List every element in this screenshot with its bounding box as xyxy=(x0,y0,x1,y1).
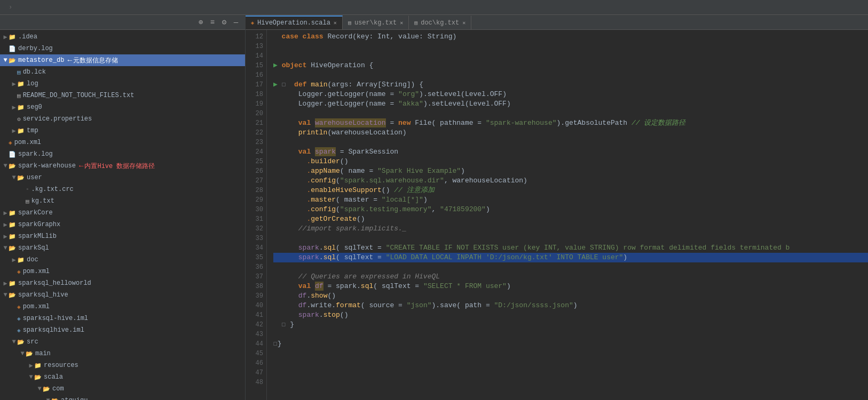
code-token: = xyxy=(386,90,398,98)
tab-user-kg[interactable]: ▤user\kg.txt✕ xyxy=(343,15,409,29)
tree-label: sparkMLlib xyxy=(18,233,57,240)
line-number: 27 xyxy=(246,176,263,186)
tree-item-scala[interactable]: ▼📂scala xyxy=(0,371,245,383)
tree-item-main[interactable]: ▼📂main xyxy=(0,348,245,359)
tree-item-derby[interactable]: 📄derby.log xyxy=(0,43,245,54)
code-line: val warehouseLocation = new File( pathna… xyxy=(273,118,868,128)
code-token: "SELECT * FROM user" xyxy=(423,282,507,290)
tree-item-idea[interactable]: ▶📁.idea xyxy=(0,31,245,43)
tree-item-sparkSql[interactable]: ▼📂sparkSql xyxy=(0,242,245,254)
tree-item-sparksql-hive-iml[interactable]: ◈sparksql-hive.iml xyxy=(0,313,245,324)
code-token: ◻ xyxy=(273,340,278,348)
code-line: .enableHiveSupport() // 注意添加 xyxy=(273,186,868,195)
tree-item-com[interactable]: ▼📂com xyxy=(0,383,245,395)
tree-icon: ▤ xyxy=(26,198,29,205)
code-token: pathname xyxy=(440,119,473,127)
tree-item-tmp[interactable]: ▶📁tmp xyxy=(0,125,245,137)
code-line: println(warehouseLocation) xyxy=(273,128,868,138)
tree-icon: 📁 xyxy=(17,104,25,111)
tree-item-doc[interactable]: ▶📁doc xyxy=(0,254,245,266)
code-line xyxy=(273,138,868,147)
code-token xyxy=(278,61,282,69)
tree-item-sparksql_hello[interactable]: ▶📁sparksql_helloworld xyxy=(0,277,245,289)
code-token: def xyxy=(294,81,306,89)
code-line: spark.sql( sqlText = "LOAD DATA LOCAL IN… xyxy=(273,253,868,262)
tree-item-seg0[interactable]: ▶📁seg0 xyxy=(0,101,245,113)
tree-item-sparkCore[interactable]: ▶📁sparkCore xyxy=(0,207,245,219)
tree-item-spark-warehouse[interactable]: ▼📂spark-warehouse←内置Hive 数据存储路径 xyxy=(0,160,245,172)
code-token: df xyxy=(315,282,323,291)
line-number: 29 xyxy=(246,195,263,205)
code-token: { xyxy=(365,61,374,69)
tab-close-btn[interactable]: ✕ xyxy=(334,20,337,26)
code-line: .builder() xyxy=(273,157,868,166)
minimize-icon[interactable]: — xyxy=(231,18,241,27)
code-line: .config("spark.testing.memory", "4718592… xyxy=(273,205,868,214)
tab-hive-op[interactable]: ◈HiveOperation.scala✕ xyxy=(246,15,343,29)
code-token: builder xyxy=(311,157,340,165)
tree-item-metastore[interactable]: ▼📂metastore_db←元数据信息存储 xyxy=(0,54,245,66)
code-token xyxy=(286,81,294,89)
code-token: = SparkSession xyxy=(336,148,398,156)
code-token: . xyxy=(273,205,311,213)
tree-arrow: ▼ xyxy=(2,162,9,170)
tree-label: sparkSql xyxy=(18,244,49,252)
tree-item-dblck[interactable]: ▤db.lck xyxy=(0,66,245,78)
sync-icon[interactable]: ⊕ xyxy=(196,18,206,27)
code-token: config xyxy=(311,205,336,213)
tree-item-pom3[interactable]: ◈pom.xml xyxy=(0,301,245,313)
tree-label: pom.xml xyxy=(23,303,50,310)
tree-item-resources[interactable]: ▶📁resources xyxy=(0,359,245,371)
code-token: ( xyxy=(361,301,369,309)
tree-arrow: ▶ xyxy=(2,279,9,287)
code-token: path xyxy=(465,301,482,309)
line-number: 30 xyxy=(246,205,263,214)
code-token: ( xyxy=(336,177,340,185)
code-token: = xyxy=(373,244,385,252)
tree-item-service[interactable]: ⚙service.properties xyxy=(0,113,245,125)
tab-close-btn[interactable]: ✕ xyxy=(462,20,465,26)
tree-label: README_DO_NOT_TOUCH_FILES.txt xyxy=(23,92,135,99)
code-area[interactable]: 1213141516171819202122232425262728293031… xyxy=(246,30,868,400)
settings-icon[interactable]: ⚙ xyxy=(219,18,229,27)
tree-item-kgtxtcrc[interactable]: ◦.kg.txt.crc xyxy=(0,183,245,195)
line-number: 42 xyxy=(246,320,263,330)
tree-arrow: ▶ xyxy=(2,33,9,41)
tab-close-btn[interactable]: ✕ xyxy=(400,20,403,26)
code-token: value xyxy=(398,33,419,41)
tree-item-user[interactable]: ▼📂user xyxy=(0,172,245,183)
line-number: 23 xyxy=(246,138,263,147)
sidebar-header: ⊕ ≡ ⚙ — xyxy=(0,15,245,30)
code-line xyxy=(273,234,868,243)
tab-doc-kg[interactable]: ▤doc\kg.txt✕ xyxy=(409,15,471,29)
code-token: Int xyxy=(377,33,390,41)
tree-item-kgtxt[interactable]: ▤kg.txt xyxy=(0,195,245,207)
editor: ◈HiveOperation.scala✕▤user\kg.txt✕▤doc\k… xyxy=(246,15,868,400)
tree-arrow: ▶ xyxy=(11,103,17,111)
tree-item-sparkGraphx[interactable]: ▶📁sparkGraphx xyxy=(0,219,245,230)
code-token: = xyxy=(386,100,398,108)
tree-icon: 📁 xyxy=(17,127,25,134)
tree-item-atguigu[interactable]: ▼📂atguigu xyxy=(0,395,245,400)
tree-item-readme[interactable]: ▤README_DO_NOT_TOUCH_FILES.txt xyxy=(0,90,245,101)
line-number: 26 xyxy=(246,166,263,176)
code-token xyxy=(273,33,282,41)
annotation-arrow: ← xyxy=(67,56,72,65)
code-token: . xyxy=(273,177,311,185)
collapse-icon[interactable]: ≡ xyxy=(208,18,217,27)
tree-item-pom2[interactable]: ◈pom.xml xyxy=(0,266,245,277)
code-token: name xyxy=(369,90,385,98)
code-token: : xyxy=(419,33,428,41)
code-token xyxy=(273,100,298,108)
tree-item-pomxml[interactable]: ◈pom.xml xyxy=(0,137,245,148)
tab-label: user\kg.txt xyxy=(354,19,397,27)
code-token: main xyxy=(311,81,327,89)
tree-item-sparksql_hive[interactable]: ▼📂sparksql_hive xyxy=(0,289,245,301)
tree-item-sparksqlhive-iml[interactable]: ◈sparksqlhive.iml xyxy=(0,324,245,336)
tree-item-sparkMLlib[interactable]: ▶📁sparkMLlib xyxy=(0,230,245,242)
tree-item-src[interactable]: ▼📂src xyxy=(0,336,245,348)
tree-label: sparkGraphx xyxy=(18,221,60,228)
tree-item-log[interactable]: ▶📁log xyxy=(0,78,245,90)
tree-item-sparklog[interactable]: 📄spark.log xyxy=(0,148,245,160)
code-line xyxy=(273,378,868,387)
